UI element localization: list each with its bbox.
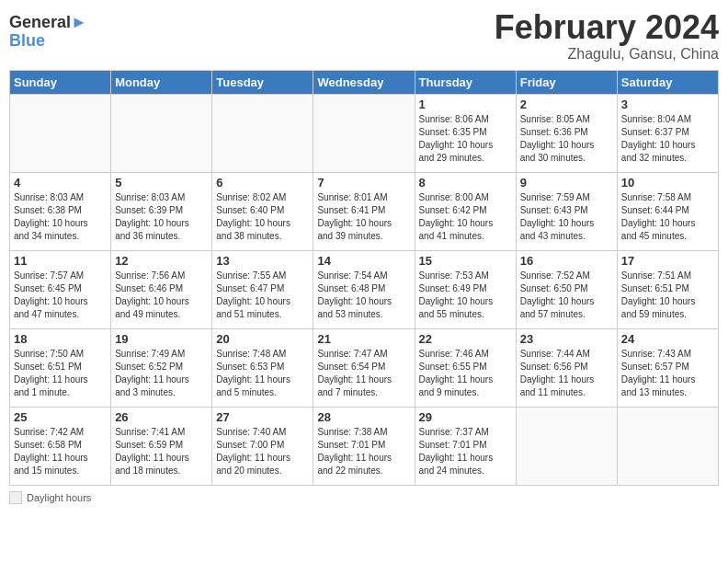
calendar-cell: 18Sunrise: 7:50 AM Sunset: 6:51 PM Dayli… (10, 328, 111, 407)
day-number: 6 (216, 176, 309, 190)
day-of-week-header: Sunday (10, 70, 111, 94)
calendar-table: SundayMondayTuesdayWednesdayThursdayFrid… (9, 70, 719, 486)
calendar-cell: 23Sunrise: 7:44 AM Sunset: 6:56 PM Dayli… (516, 328, 617, 407)
day-info: Sunrise: 7:52 AM Sunset: 6:50 PM Dayligh… (520, 270, 613, 321)
day-info: Sunrise: 7:37 AM Sunset: 7:01 PM Dayligh… (419, 426, 512, 477)
logo: General► Blue (9, 14, 87, 51)
day-info: Sunrise: 8:06 AM Sunset: 6:35 PM Dayligh… (419, 113, 512, 165)
calendar-cell: 10Sunrise: 7:58 AM Sunset: 6:44 PM Dayli… (617, 172, 718, 250)
day-number: 21 (317, 332, 410, 346)
calendar-cell: 22Sunrise: 7:46 AM Sunset: 6:55 PM Dayli… (415, 328, 516, 407)
day-info: Sunrise: 7:54 AM Sunset: 6:48 PM Dayligh… (317, 270, 410, 321)
day-number: 26 (115, 410, 208, 424)
legend-label: Daylight hours (27, 492, 91, 503)
day-info: Sunrise: 7:56 AM Sunset: 6:46 PM Dayligh… (115, 270, 208, 321)
day-info: Sunrise: 7:57 AM Sunset: 6:45 PM Dayligh… (14, 270, 107, 321)
calendar-cell: 24Sunrise: 7:43 AM Sunset: 6:57 PM Dayli… (617, 328, 718, 407)
legend: Daylight hours (9, 491, 719, 504)
day-info: Sunrise: 7:38 AM Sunset: 7:01 PM Dayligh… (317, 426, 410, 477)
day-number: 22 (419, 332, 512, 346)
calendar-cell (516, 407, 617, 485)
day-info: Sunrise: 7:58 AM Sunset: 6:44 PM Dayligh… (621, 191, 714, 243)
day-info: Sunrise: 7:50 AM Sunset: 6:51 PM Dayligh… (14, 348, 107, 399)
day-number: 14 (317, 254, 410, 268)
calendar-cell: 5Sunrise: 8:03 AM Sunset: 6:39 PM Daylig… (111, 172, 212, 250)
day-number: 15 (419, 254, 512, 268)
day-info: Sunrise: 7:51 AM Sunset: 6:51 PM Dayligh… (621, 270, 714, 321)
day-number: 23 (520, 332, 613, 346)
day-info: Sunrise: 8:03 AM Sunset: 6:38 PM Dayligh… (14, 191, 107, 243)
calendar-cell: 14Sunrise: 7:54 AM Sunset: 6:48 PM Dayli… (313, 250, 415, 328)
day-number: 12 (115, 254, 208, 268)
day-number: 27 (216, 410, 309, 424)
day-info: Sunrise: 8:00 AM Sunset: 6:42 PM Dayligh… (419, 191, 512, 243)
day-info: Sunrise: 7:44 AM Sunset: 6:56 PM Dayligh… (520, 348, 613, 399)
calendar-cell: 3Sunrise: 8:04 AM Sunset: 6:37 PM Daylig… (617, 94, 718, 172)
day-number: 28 (317, 410, 410, 424)
day-info: Sunrise: 7:40 AM Sunset: 7:00 PM Dayligh… (216, 426, 309, 477)
calendar-cell: 28Sunrise: 7:38 AM Sunset: 7:01 PM Dayli… (313, 407, 415, 485)
calendar-cell: 11Sunrise: 7:57 AM Sunset: 6:45 PM Dayli… (10, 250, 111, 328)
day-info: Sunrise: 7:47 AM Sunset: 6:54 PM Dayligh… (317, 348, 410, 399)
day-info: Sunrise: 7:59 AM Sunset: 6:43 PM Dayligh… (520, 191, 613, 243)
calendar-cell: 8Sunrise: 8:00 AM Sunset: 6:42 PM Daylig… (415, 172, 516, 250)
day-number: 11 (14, 254, 107, 268)
day-number: 1 (419, 98, 512, 111)
day-of-week-header: Thursday (415, 70, 516, 94)
day-number: 13 (216, 254, 309, 268)
calendar-cell: 9Sunrise: 7:59 AM Sunset: 6:43 PM Daylig… (516, 172, 617, 250)
title-block: February 2024 Zhagulu, Gansu, China (495, 9, 719, 63)
calendar-cell (10, 94, 111, 172)
day-of-week-header: Saturday (617, 70, 718, 94)
day-info: Sunrise: 7:55 AM Sunset: 6:47 PM Dayligh… (216, 270, 309, 321)
calendar-cell: 19Sunrise: 7:49 AM Sunset: 6:52 PM Dayli… (111, 328, 212, 407)
calendar-cell: 2Sunrise: 8:05 AM Sunset: 6:36 PM Daylig… (516, 94, 617, 172)
day-number: 10 (621, 176, 714, 190)
logo-text: General► (9, 14, 87, 32)
day-info: Sunrise: 8:04 AM Sunset: 6:37 PM Dayligh… (621, 113, 714, 165)
day-info: Sunrise: 7:42 AM Sunset: 6:58 PM Dayligh… (14, 426, 107, 477)
location: Zhagulu, Gansu, China (495, 46, 719, 63)
calendar-cell: 27Sunrise: 7:40 AM Sunset: 7:00 PM Dayli… (212, 407, 313, 485)
calendar-cell: 16Sunrise: 7:52 AM Sunset: 6:50 PM Dayli… (516, 250, 617, 328)
calendar-cell: 17Sunrise: 7:51 AM Sunset: 6:51 PM Dayli… (617, 250, 718, 328)
page-header: General► Blue February 2024 Zhagulu, Gan… (9, 9, 719, 63)
day-info: Sunrise: 8:02 AM Sunset: 6:40 PM Dayligh… (216, 191, 309, 243)
calendar-cell: 26Sunrise: 7:41 AM Sunset: 6:59 PM Dayli… (111, 407, 212, 485)
day-of-week-header: Monday (111, 70, 212, 94)
day-number: 20 (216, 332, 309, 346)
calendar-cell: 15Sunrise: 7:53 AM Sunset: 6:49 PM Dayli… (415, 250, 516, 328)
day-number: 25 (14, 410, 107, 424)
day-info: Sunrise: 7:48 AM Sunset: 6:53 PM Dayligh… (216, 348, 309, 399)
calendar-cell: 4Sunrise: 8:03 AM Sunset: 6:38 PM Daylig… (10, 172, 111, 250)
calendar-cell: 25Sunrise: 7:42 AM Sunset: 6:58 PM Dayli… (10, 407, 111, 485)
calendar-cell (313, 94, 415, 172)
day-number: 17 (621, 254, 714, 268)
calendar-cell (617, 407, 718, 485)
day-of-week-header: Wednesday (313, 70, 415, 94)
day-of-week-header: Tuesday (212, 70, 313, 94)
logo-subtext: Blue (9, 32, 87, 51)
day-info: Sunrise: 8:05 AM Sunset: 6:36 PM Dayligh… (520, 113, 613, 165)
day-number: 29 (419, 410, 512, 424)
calendar-cell (111, 94, 212, 172)
day-info: Sunrise: 7:41 AM Sunset: 6:59 PM Dayligh… (115, 426, 208, 477)
day-number: 3 (621, 98, 714, 111)
day-info: Sunrise: 8:01 AM Sunset: 6:41 PM Dayligh… (317, 191, 410, 243)
day-info: Sunrise: 8:03 AM Sunset: 6:39 PM Dayligh… (115, 191, 208, 243)
calendar-cell: 21Sunrise: 7:47 AM Sunset: 6:54 PM Dayli… (313, 328, 415, 407)
day-of-week-header: Friday (516, 70, 617, 94)
calendar-cell: 7Sunrise: 8:01 AM Sunset: 6:41 PM Daylig… (313, 172, 415, 250)
day-info: Sunrise: 7:53 AM Sunset: 6:49 PM Dayligh… (419, 270, 512, 321)
calendar-cell: 6Sunrise: 8:02 AM Sunset: 6:40 PM Daylig… (212, 172, 313, 250)
day-number: 24 (621, 332, 714, 346)
day-info: Sunrise: 7:43 AM Sunset: 6:57 PM Dayligh… (621, 348, 714, 399)
calendar-cell: 1Sunrise: 8:06 AM Sunset: 6:35 PM Daylig… (415, 94, 516, 172)
calendar-cell: 12Sunrise: 7:56 AM Sunset: 6:46 PM Dayli… (111, 250, 212, 328)
day-number: 9 (520, 176, 613, 190)
calendar-cell: 20Sunrise: 7:48 AM Sunset: 6:53 PM Dayli… (212, 328, 313, 407)
month-title: February 2024 (495, 9, 719, 46)
calendar-cell: 29Sunrise: 7:37 AM Sunset: 7:01 PM Dayli… (415, 407, 516, 485)
day-number: 4 (14, 176, 107, 190)
day-number: 18 (14, 332, 107, 346)
